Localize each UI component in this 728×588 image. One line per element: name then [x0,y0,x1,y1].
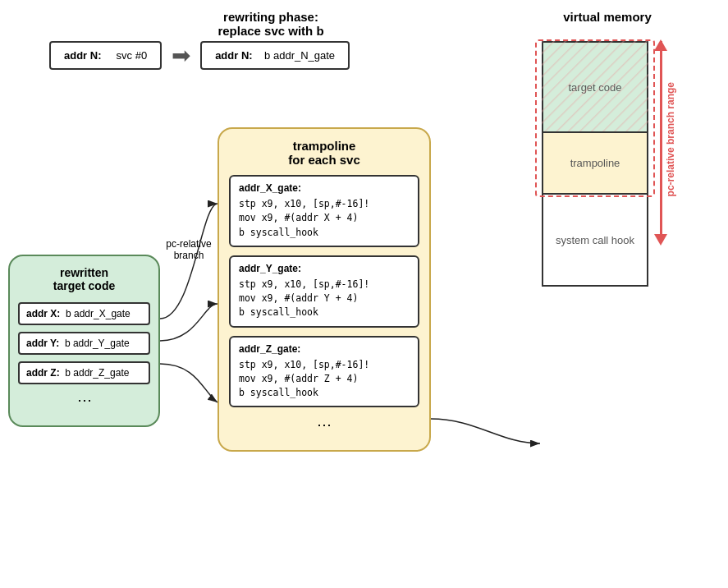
pc-relative-branch-label: pc-relative branch [156,238,222,261]
pc-range-arrow-line [660,41,662,238]
rewriting-title: rewriting phase: replace svc with b [131,10,410,38]
after-instruction: addr N: b addr_N_gate [200,41,350,70]
before-instruction: addr N: svc #0 [49,41,162,70]
rewritten-box-title: rewritten target code [18,266,150,292]
trampoline-gate-x: addr_X_gate: stp x9, x10, [sp,#-16]! mov… [229,175,419,247]
rewritten-row-x: addr X: b addr_X_gate [18,302,150,325]
pc-relative-branch-range-label: pc-relative branch range [665,82,676,196]
trampoline-title: trampoline for each svc [229,139,419,167]
trampoline-box: trampoline for each svc addr_X_gate: stp… [217,127,431,452]
arrow-right-icon: ➡ [172,42,190,69]
rewritten-target-code-box: rewritten target code addr X: b addr_X_g… [8,255,160,427]
vmem-system-call-hook: system call hook [543,195,647,285]
rewritten-row-y: addr Y: b addr_Y_gate [18,332,150,355]
vmem-trampoline: trampoline [543,133,647,195]
vmem-title: virtual memory [533,10,681,24]
vmem-target-code: target code [543,43,647,133]
trampoline-gate-z: addr_Z_gate: stp x9, x10, [sp,#-16]! mov… [229,336,419,408]
rewritten-row-z: addr Z: b addr_Z_gate [18,361,150,384]
trampoline-dots: ⋯ [229,416,419,434]
pc-range-arrow-bottom [654,234,667,246]
vmem-column: target code trampoline system call hook [542,41,648,287]
rewriting-phase: addr N: svc #0 ➡ addr N: b addr_N_gate [49,41,350,70]
trampoline-gate-y: addr_Y_gate: stp x9, x10, [sp,#-16]! mov… [229,255,419,328]
rewritten-dots: ⋯ [18,391,150,409]
